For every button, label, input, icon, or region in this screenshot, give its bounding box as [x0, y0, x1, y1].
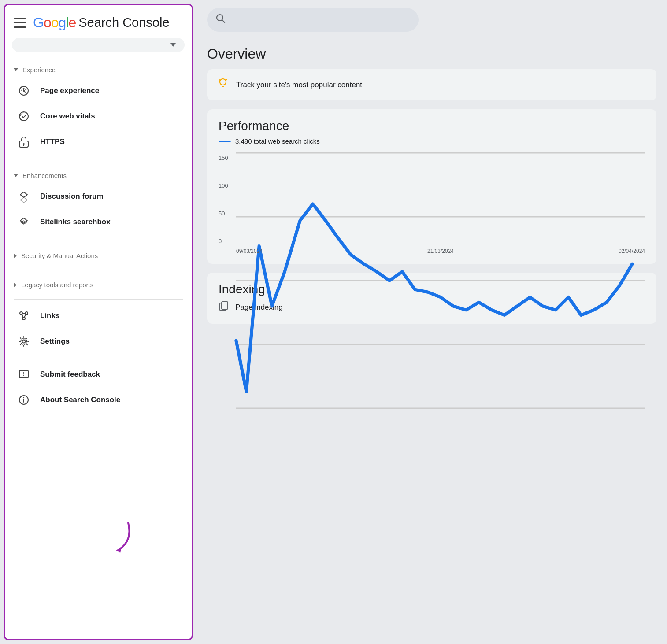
sidebar-item-submit-feedback[interactable]: ! Submit feedback [5, 362, 186, 387]
sitelinks-searchbox-icon [17, 215, 30, 229]
x-label-1: 09/03/2024 [236, 248, 263, 254]
enhancements-section: Enhancements Discussion forum Sitelinks … [5, 165, 192, 237]
divider-3 [14, 270, 183, 270]
performance-subtitle: 3,480 total web search clicks [219, 137, 645, 145]
legacy-triangle-icon [14, 283, 17, 287]
sidebar: Google Search Console Experience Pag [4, 4, 193, 640]
divider-1 [14, 161, 183, 161]
hamburger-button[interactable] [14, 18, 26, 28]
property-selector[interactable] [12, 38, 185, 52]
svg-line-23 [219, 79, 220, 80]
sidebar-item-discussion-forum[interactable]: Discussion forum [5, 184, 186, 209]
enhancements-label: Enhancements [22, 172, 67, 179]
y-label-100: 100 [219, 182, 228, 189]
svg-line-10 [24, 314, 26, 318]
legacy-label: Legacy tools and reports [21, 281, 93, 289]
sitelinks-searchbox-label: Sitelinks searchbox [40, 218, 111, 226]
divider-4 [14, 299, 183, 300]
logo-google-text: Google [33, 15, 76, 31]
page-experience-label: Page experience [40, 86, 99, 95]
sidebar-item-core-web-vitals[interactable]: Core web vitals [5, 104, 186, 129]
about-label: About Search Console [40, 396, 120, 404]
performance-chart-svg [236, 153, 645, 408]
bulb-icon [217, 77, 229, 93]
links-label: Links [40, 311, 59, 320]
svg-text:!: ! [23, 371, 25, 377]
settings-label: Settings [40, 337, 70, 346]
chart-y-labels: 150 100 50 0 [219, 153, 228, 254]
sidebar-item-sitelinks-searchbox[interactable]: Sitelinks searchbox [5, 209, 186, 235]
enhancements-section-header[interactable]: Enhancements [5, 167, 192, 184]
sidebar-item-about[interactable]: About Search Console [5, 387, 186, 413]
performance-card: Performance 3,480 total web search click… [207, 109, 656, 264]
y-label-50: 50 [219, 210, 228, 217]
info-icon [17, 393, 30, 407]
security-section: Security & Manual Actions [5, 245, 192, 266]
svg-point-11 [22, 340, 26, 343]
enhancements-triangle-icon [14, 174, 18, 177]
sidebar-item-settings[interactable]: Settings [5, 329, 186, 354]
page-experience-icon [17, 84, 30, 97]
security-section-header[interactable]: Security & Manual Actions [5, 248, 192, 264]
blue-line-indicator [219, 141, 231, 142]
submit-feedback-label: Submit feedback [40, 370, 100, 379]
discussion-forum-icon [17, 190, 30, 203]
feedback-icon: ! [17, 368, 30, 381]
svg-point-17 [23, 397, 24, 398]
core-web-vitals-label: Core web vitals [40, 112, 95, 121]
experience-section: Experience Page experience [5, 59, 192, 157]
page-indexing-icon [219, 301, 229, 314]
y-label-0: 0 [219, 238, 228, 244]
discussion-forum-label: Discussion forum [40, 192, 104, 201]
sidebar-header: Google Search Console [5, 5, 192, 38]
arrow-annotation [93, 518, 137, 555]
svg-point-1 [23, 90, 25, 92]
logo-e: e [68, 15, 76, 30]
x-label-2: 21/03/2024 [427, 248, 454, 254]
logo-o2: o [51, 15, 59, 30]
logo-g: G [33, 15, 44, 30]
search-icon [216, 14, 226, 26]
performance-chart: 150 100 50 0 09/03/2024 21/03/2024 02/04… [219, 153, 645, 254]
svg-point-2 [19, 112, 28, 121]
performance-clicks: 3,480 total web search clicks [235, 137, 320, 145]
y-label-150: 150 [219, 155, 228, 161]
settings-icon [17, 335, 30, 348]
security-triangle-icon [14, 254, 17, 258]
svg-line-9 [22, 314, 24, 318]
links-icon [17, 309, 30, 322]
sidebar-item-links[interactable]: Links [5, 303, 186, 329]
core-web-vitals-icon [17, 110, 30, 123]
svg-line-20 [222, 20, 225, 23]
overview-title: Overview [207, 40, 656, 69]
legacy-section-header[interactable]: Legacy tools and reports [5, 277, 192, 293]
https-icon [17, 135, 30, 148]
main-content: Overview Track your site's most popular … [196, 0, 667, 644]
app-title: Search Console [78, 15, 169, 30]
https-label: HTTPS [40, 137, 65, 146]
chevron-down-icon [170, 43, 176, 47]
svg-point-12 [21, 338, 27, 344]
performance-title: Performance [219, 119, 645, 133]
svg-rect-31 [222, 302, 228, 309]
logo-o1: o [44, 15, 51, 30]
search-bar[interactable] [207, 8, 419, 32]
x-label-3: 02/04/2024 [619, 248, 645, 254]
divider-2 [14, 241, 183, 241]
legacy-section: Legacy tools and reports [5, 274, 192, 296]
app-logo: Google Search Console [33, 15, 170, 31]
divider-5 [14, 358, 183, 358]
sidebar-item-page-experience[interactable]: Page experience [5, 78, 186, 104]
experience-label: Experience [22, 66, 56, 74]
experience-section-header[interactable]: Experience [5, 62, 192, 78]
experience-triangle-icon [14, 68, 18, 71]
search-bar-area [207, 0, 656, 40]
security-label: Security & Manual Actions [21, 252, 98, 259]
sidebar-item-https[interactable]: HTTPS [5, 129, 186, 155]
logo-g2: g [58, 15, 66, 30]
svg-point-21 [220, 79, 226, 85]
svg-line-24 [226, 79, 227, 80]
svg-marker-18 [116, 548, 122, 553]
chart-x-labels: 09/03/2024 21/03/2024 02/04/2024 [236, 248, 645, 254]
tip-text: Track your site's most popular content [236, 81, 362, 89]
